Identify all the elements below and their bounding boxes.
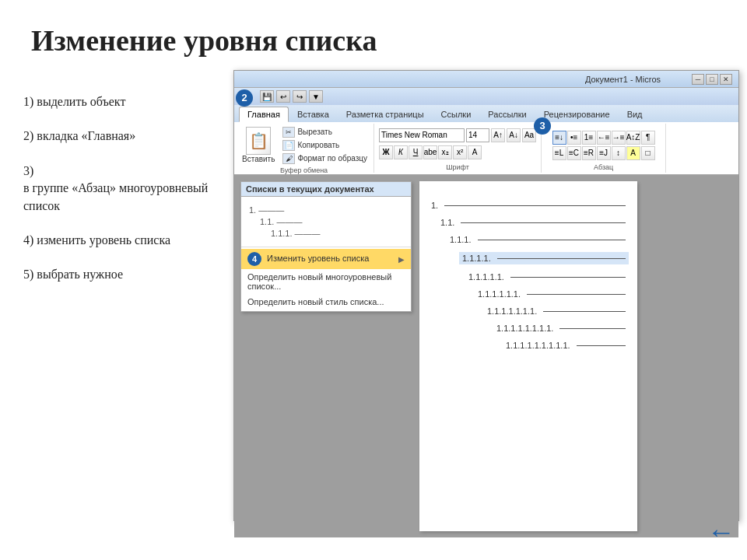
paragraph-section: 3 ≡↓ •≡ 1≡ ←≡ →≡ A↕Z ¶ ≡L ≡C ≡R ≡J ↕ <box>542 124 666 173</box>
minimize-button[interactable]: ─ <box>692 74 704 85</box>
step-4: 4) изменить уровень списка <box>23 232 210 249</box>
copy-icon: 📄 <box>282 140 295 151</box>
define-style-menu-item[interactable]: Определить новый стиль списка... <box>241 294 411 310</box>
font-name-input[interactable] <box>379 128 465 142</box>
doc-list-item-4: 1.1.1.1. <box>459 252 629 264</box>
step-5-num: 5) <box>23 268 33 281</box>
grow-font-button[interactable]: A↑ <box>491 128 505 142</box>
numbered-list-button[interactable]: 1≡ <box>582 131 596 145</box>
title-bar: Документ1 - Micros ─ □ ✕ <box>234 71 738 88</box>
show-formatting-button[interactable]: ¶ <box>641 131 655 145</box>
italic-button[interactable]: К <box>394 145 408 159</box>
tab-page-layout[interactable]: Разметка страницы <box>338 107 433 122</box>
step-1-num: 1) <box>23 95 33 108</box>
copy-button[interactable]: 📄 Копировать <box>281 139 369 152</box>
tab-insert[interactable]: Вставка <box>289 107 338 122</box>
change-level-arrow: ▶ <box>398 255 405 264</box>
border-button[interactable]: □ <box>641 146 655 160</box>
strikethrough-button[interactable]: abe <box>423 145 437 159</box>
paste-button[interactable]: 📋 Вставить <box>242 127 275 163</box>
preview-item-2: 1.1. ——— <box>260 217 403 226</box>
title-bar-controls: ─ □ ✕ <box>692 74 732 85</box>
badge-2: 2 <box>236 89 253 107</box>
doc-list-item-2: 1.1. <box>440 218 626 227</box>
close-button[interactable]: ✕ <box>720 74 732 85</box>
shrink-font-button[interactable]: A↓ <box>507 128 521 142</box>
font-section: A↑ A↓ Aa Ж К Ч abe x₂ x² A Шрифт <box>374 124 542 173</box>
change-level-menu-item[interactable]: 4 Изменить уровень списка ▶ <box>241 249 411 269</box>
list-panel-header: Списки в текущих документах <box>241 182 411 197</box>
undo-qa-button[interactable]: ↩ <box>276 90 290 103</box>
bold-button[interactable]: Ж <box>379 145 393 159</box>
step-1-text: выделить объект <box>37 95 125 108</box>
justify-button[interactable]: ≡J <box>597 146 611 160</box>
underline-button[interactable]: Ч <box>409 145 423 159</box>
cut-icon: ✂ <box>282 127 295 138</box>
superscript-button[interactable]: x² <box>453 145 467 159</box>
clipboard-label: Буфер обмена <box>280 165 328 174</box>
increase-indent-button[interactable]: →≡ <box>612 131 626 145</box>
list-panel-menu: 4 Изменить уровень списка ▶ Определить н… <box>241 247 411 311</box>
tab-view[interactable]: Вид <box>619 107 651 122</box>
font-label: Шрифт <box>446 162 469 171</box>
align-buttons-row: ≡L ≡C ≡R ≡J ↕ A □ <box>552 146 655 160</box>
step-4-text: изменить уровень списка <box>37 233 170 247</box>
subscript-button[interactable]: x₂ <box>438 145 452 159</box>
align-center-button[interactable]: ≡C <box>567 146 581 160</box>
format-button[interactable]: 🖌 Формат по образцу <box>281 152 369 165</box>
decrease-indent-button[interactable]: ←≡ <box>597 131 611 145</box>
doc-list-item-6: 1.1.1.1.1.1. <box>478 289 626 299</box>
doc-list-item-8: 1.1.1.1.1.1.1.1. <box>496 324 626 333</box>
doc-list-item-5: 1.1.1.1.1. <box>468 272 626 282</box>
step-3-text: в группе «Абзац» многоуровневый список <box>23 181 208 212</box>
define-multilevel-menu-item[interactable]: Определить новый многоуровневый список..… <box>241 269 411 294</box>
back-arrow-button[interactable]: ← <box>707 516 735 548</box>
preview-item-1: 1. ——— <box>249 205 403 215</box>
maximize-button[interactable]: □ <box>706 74 718 85</box>
ribbon-tabs: Главная Вставка Разметка страницы Ссылки… <box>234 105 738 122</box>
save-qa-button[interactable]: 💾 <box>260 90 274 103</box>
step-3-num: 3) <box>23 164 33 177</box>
list-panel-preview: 1. ——— 1.1. ——— 1.1.1. ——— <box>241 197 411 247</box>
preview-item-3: 1.1.1. ——— <box>271 229 403 238</box>
cut-button[interactable]: ✂ Вырезать <box>281 126 369 138</box>
paragraph-label: Абзац <box>594 162 613 171</box>
paste-icon: 📋 <box>246 127 271 155</box>
format-icon: 🖌 <box>282 153 295 164</box>
document-page: 1. 1.1. 1.1.1. 1.1.1.1. 1.1.1.1.1. 1.1.1… <box>419 181 637 531</box>
step-2-num: 2) <box>23 129 33 142</box>
shading-button[interactable]: A <box>626 146 640 160</box>
align-right-button[interactable]: ≡R <box>582 146 596 160</box>
list-panel: Списки в текущих документах 1. ——— 1.1. … <box>240 181 412 312</box>
step-1: 1) выделить объект <box>23 93 210 110</box>
list-buttons-row: ≡↓ •≡ 1≡ ←≡ →≡ A↕Z ¶ <box>552 131 655 145</box>
word-window: Документ1 - Micros ─ □ ✕ 2 💾 ↩ ↪ ▼ Главн… <box>233 70 739 521</box>
doc-list-item-9: 1.1.1.1.1.1.1.1.1. <box>506 341 626 350</box>
steps-panel: 1) выделить объект 2) вкладка «Главная» … <box>23 93 210 301</box>
tab-home[interactable]: Главная <box>239 107 289 122</box>
badge-4: 4 <box>247 252 261 266</box>
paste-label: Вставить <box>242 155 275 163</box>
sort-button[interactable]: A↕Z <box>626 131 640 145</box>
format-row: Ж К Ч abe x₂ x² A <box>379 145 536 159</box>
quick-access-bar: 2 💾 ↩ ↪ ▼ <box>234 88 738 105</box>
step-2: 2) вкладка «Главная» <box>23 128 210 145</box>
step-2-text: вкладка «Главная» <box>37 129 135 142</box>
line-spacing-button[interactable]: ↕ <box>612 146 626 160</box>
align-left-button[interactable]: ≡L <box>552 146 566 160</box>
clipboard-buttons: ✂ Вырезать 📄 Копировать 🖌 Формат по обра… <box>281 126 369 165</box>
font-color-button[interactable]: A <box>468 145 482 159</box>
font-size-input[interactable] <box>466 128 489 142</box>
tab-mailings[interactable]: Рассылки <box>479 107 535 122</box>
bullet-list-button[interactable]: •≡ <box>567 131 581 145</box>
qa-dropdown[interactable]: ▼ <box>309 90 323 103</box>
tab-references[interactable]: Ссылки <box>433 107 480 122</box>
document-area: Списки в текущих документах 1. ——— 1.1. … <box>234 175 738 537</box>
doc-list-item-3: 1.1.1. <box>450 235 626 244</box>
redo-qa-button[interactable]: ↪ <box>293 90 307 103</box>
ribbon-toolbar: 📋 Вставить ✂ Вырезать 📄 Копировать 🖌 Фор… <box>234 122 738 175</box>
step-3: 3) в группе «Абзац» многоуровневый списо… <box>23 163 210 215</box>
multilevel-list-button[interactable]: ≡↓ <box>552 131 566 145</box>
doc-list-item-1: 1. <box>431 201 626 210</box>
badge-3: 3 <box>534 117 551 135</box>
